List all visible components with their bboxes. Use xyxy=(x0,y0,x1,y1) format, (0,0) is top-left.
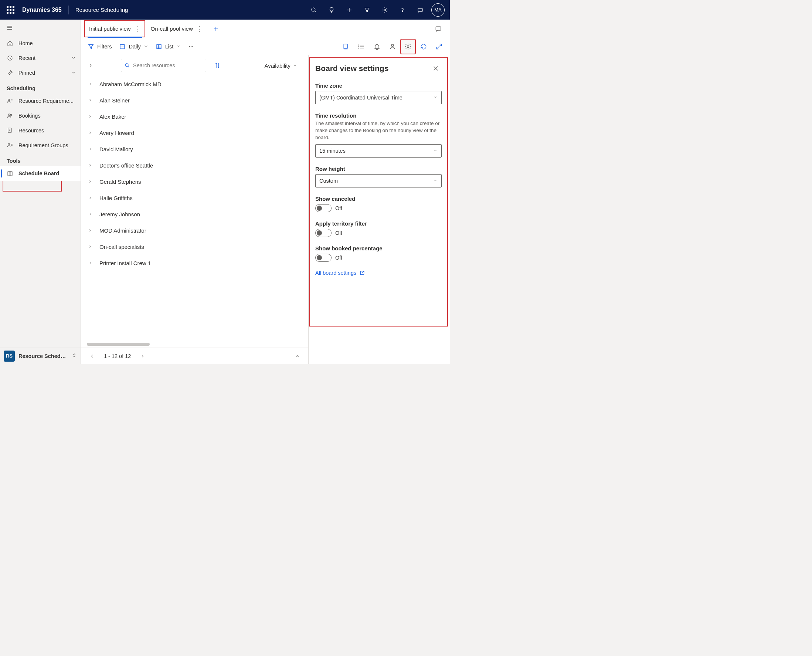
resource-row[interactable]: Avery Howard xyxy=(81,125,308,141)
row-height-select[interactable]: Custom xyxy=(315,174,442,187)
chevron-right-icon[interactable] xyxy=(87,243,94,250)
header-divider xyxy=(68,6,69,14)
resource-row[interactable]: Halle Griffiths xyxy=(81,190,308,206)
nav-pinned[interactable]: Pinned xyxy=(0,65,80,80)
sidebar-collapse-button[interactable] xyxy=(0,20,80,36)
search-field[interactable] xyxy=(133,62,203,68)
app-launcher-icon[interactable] xyxy=(3,3,18,17)
chevron-right-icon[interactable] xyxy=(87,227,94,234)
resource-row[interactable]: Abraham McCormick MD xyxy=(81,76,308,92)
expand-icon[interactable] xyxy=(431,39,447,54)
tab-menu-icon[interactable]: ⋮ xyxy=(134,26,140,32)
nav-requirement-groups[interactable]: Requirement Groups xyxy=(0,138,80,153)
resource-row[interactable]: Jeremy Johnson xyxy=(81,206,308,222)
chevron-right-icon[interactable] xyxy=(87,162,94,169)
chevron-right-icon[interactable] xyxy=(87,97,94,104)
chevron-right-icon[interactable] xyxy=(87,146,94,152)
chat-panel-icon[interactable] xyxy=(431,21,446,37)
resource-name: On-call specialists xyxy=(99,244,144,250)
area-switcher[interactable]: RS Resource Schedul... xyxy=(0,348,80,364)
svg-rect-6 xyxy=(418,8,423,11)
chevron-right-icon[interactable] xyxy=(87,211,94,217)
nav-resource-requirements[interactable]: Resource Requireme... xyxy=(0,94,80,108)
board-settings-gear-icon[interactable] xyxy=(400,39,416,54)
resource-name: Alex Baker xyxy=(99,113,127,120)
resource-row[interactable]: Alan Steiner xyxy=(81,92,308,108)
svg-point-46 xyxy=(407,45,409,47)
sort-icon[interactable] xyxy=(211,60,223,71)
chevron-right-icon[interactable] xyxy=(87,195,94,201)
territory-filter-toggle[interactable] xyxy=(315,229,332,237)
expand-panel-icon[interactable] xyxy=(292,351,303,361)
pager-prev-button[interactable] xyxy=(87,351,97,361)
chevron-down-icon xyxy=(71,55,76,61)
tab-oncall-pool-view[interactable]: On-call pool view ⋮ xyxy=(146,20,208,38)
book-icon[interactable] xyxy=(338,39,354,54)
resource-row[interactable]: Printer Install Crew 1 xyxy=(81,255,308,271)
chevron-right-icon[interactable] xyxy=(87,113,94,120)
svg-point-44 xyxy=(358,48,359,48)
home-icon xyxy=(7,40,13,46)
resource-name: Alan Steiner xyxy=(99,97,130,104)
clock-icon xyxy=(7,55,13,61)
resource-row[interactable]: Gerald Stephens xyxy=(81,173,308,190)
timezone-select[interactable]: (GMT) Coordinated Universal Time xyxy=(315,91,442,104)
close-icon[interactable] xyxy=(430,62,442,74)
overflow-menu-icon[interactable] xyxy=(184,40,198,53)
chevron-down-icon xyxy=(433,178,438,184)
daily-dropdown[interactable]: Daily xyxy=(115,40,151,53)
chevron-right-icon[interactable] xyxy=(87,80,94,87)
booked-percentage-toggle[interactable] xyxy=(315,254,332,262)
resource-row[interactable]: On-call specialists xyxy=(81,238,308,255)
tab-initial-public-view[interactable]: Initial public view ⋮ xyxy=(84,20,146,38)
chevron-right-icon[interactable] xyxy=(87,130,94,136)
legend-icon[interactable] xyxy=(354,39,369,54)
chevron-right-icon[interactable] xyxy=(87,178,94,185)
filters-button[interactable]: Filters xyxy=(84,40,115,53)
resource-row[interactable]: Alex Baker xyxy=(81,108,308,125)
availability-dropdown[interactable]: Availability xyxy=(264,62,304,69)
time-resolution-select[interactable]: 15 minutes xyxy=(315,144,442,158)
svg-point-42 xyxy=(358,45,359,45)
add-icon[interactable] xyxy=(340,1,358,19)
area-badge: RS xyxy=(4,351,15,362)
pager-next-button[interactable] xyxy=(137,351,148,361)
nav-bookings[interactable]: Bookings xyxy=(0,108,80,123)
svg-line-48 xyxy=(128,66,129,67)
lightbulb-icon[interactable] xyxy=(323,1,340,19)
resource-name: Doctor's office Seattle xyxy=(99,162,153,169)
bell-icon[interactable] xyxy=(369,39,385,54)
tab-menu-icon[interactable]: ⋮ xyxy=(196,26,202,32)
board-tabs: Initial public view ⋮ On-call pool view … xyxy=(81,20,450,38)
resource-name: Abraham McCormick MD xyxy=(99,81,162,87)
tab-label: Initial public view xyxy=(89,26,131,32)
gear-icon[interactable] xyxy=(376,1,394,19)
nav-schedule-board[interactable]: Schedule Board xyxy=(0,166,80,181)
search-resources-input[interactable] xyxy=(121,59,206,72)
show-canceled-toggle[interactable] xyxy=(315,204,332,212)
nav-resources[interactable]: Resources xyxy=(0,123,80,138)
collapse-resources-icon[interactable] xyxy=(85,60,96,71)
svg-line-1 xyxy=(315,11,316,12)
list-dropdown[interactable]: List xyxy=(152,40,185,53)
nav-home[interactable]: Home xyxy=(0,36,80,51)
refresh-icon[interactable] xyxy=(416,39,431,54)
filter-icon[interactable] xyxy=(358,1,376,19)
person-icon[interactable] xyxy=(385,39,400,54)
add-tab-button[interactable] xyxy=(208,20,224,38)
search-icon[interactable] xyxy=(305,1,323,19)
header-icon-bar: MA xyxy=(305,1,447,19)
all-board-settings-link[interactable]: All board settings xyxy=(315,270,442,276)
horizontal-scrollbar[interactable] xyxy=(81,341,308,348)
assistant-icon[interactable] xyxy=(411,1,429,19)
resource-row[interactable]: David Mallory xyxy=(81,141,308,157)
resource-row[interactable]: MOD Administrator xyxy=(81,222,308,238)
svg-point-15 xyxy=(10,114,12,116)
user-avatar[interactable]: MA xyxy=(431,3,445,17)
nav-recent[interactable]: Recent xyxy=(0,51,80,65)
help-icon[interactable] xyxy=(394,1,411,19)
chevron-right-icon[interactable] xyxy=(87,260,94,266)
timezone-label: Time zone xyxy=(315,82,442,89)
svg-point-35 xyxy=(189,46,190,46)
resource-row[interactable]: Doctor's office Seattle xyxy=(81,157,308,173)
